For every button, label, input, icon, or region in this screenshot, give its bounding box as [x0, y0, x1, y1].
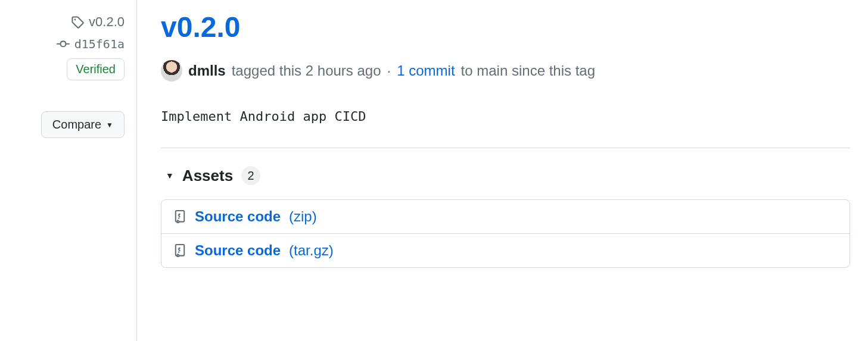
- asset-name: Source code: [195, 242, 281, 259]
- asset-ext: (zip): [289, 208, 317, 225]
- compare-label: Compare: [52, 118, 101, 132]
- file-zip-icon: [173, 210, 186, 223]
- compare-button[interactable]: Compare ▼: [41, 111, 125, 138]
- asset-item[interactable]: Source code (zip): [161, 200, 850, 234]
- caret-down-icon: ▼: [106, 121, 113, 129]
- verified-label: Verified: [76, 62, 116, 76]
- asset-item[interactable]: Source code (tar.gz): [161, 234, 850, 267]
- tag-icon: [71, 15, 84, 29]
- commits-link[interactable]: 1 commit: [397, 62, 455, 79]
- author-link[interactable]: dmlls: [188, 62, 226, 79]
- asset-ext: (tar.gz): [289, 242, 334, 259]
- file-zip-icon: [173, 244, 186, 257]
- verified-badge[interactable]: Verified: [67, 58, 125, 80]
- assets-count: 2: [241, 166, 260, 185]
- meta-separator: ·: [387, 62, 391, 79]
- caret-down-icon: ▼: [166, 171, 174, 180]
- commit-sha: d15f61a: [74, 37, 125, 51]
- avatar[interactable]: [161, 60, 182, 82]
- tag-row[interactable]: v0.2.0: [71, 14, 125, 30]
- commit-icon: [57, 37, 70, 51]
- assets-toggle[interactable]: ▼ Assets 2: [161, 166, 850, 185]
- asset-name: Source code: [195, 208, 281, 225]
- tag-name: v0.2.0: [89, 14, 125, 30]
- assets-label: Assets: [182, 167, 233, 185]
- assets-list: Source code (zip) Source code (tar.gz): [161, 199, 850, 268]
- divider: [161, 148, 850, 148]
- release-meta: dmlls tagged this 2 hours ago · 1 commit…: [161, 60, 850, 82]
- release-title[interactable]: v0.2.0: [161, 11, 850, 43]
- tagged-text: tagged this 2 hours ago: [232, 62, 381, 79]
- commit-row[interactable]: d15f61a: [57, 37, 125, 51]
- commits-suffix: to main since this tag: [461, 62, 595, 79]
- release-description: Implement Android app CICD: [161, 109, 850, 124]
